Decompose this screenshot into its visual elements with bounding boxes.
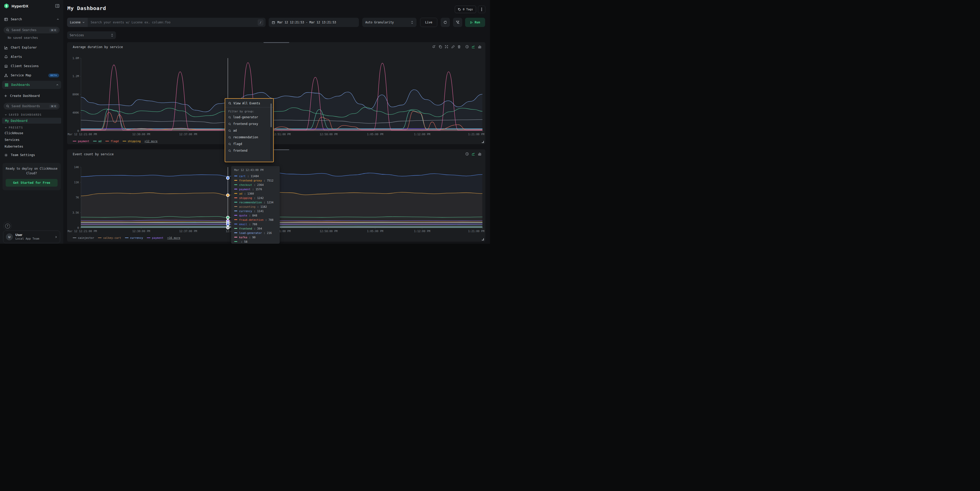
user-team: Local App Team bbox=[16, 237, 52, 241]
legend-swatch bbox=[73, 141, 76, 141]
series-swatch bbox=[234, 197, 237, 198]
group-filter-item[interactable]: load-generator bbox=[225, 114, 273, 121]
sidebar-item-my-dashboard[interactable]: My Dashboard bbox=[2, 118, 61, 124]
chart-explorer-icon bbox=[4, 46, 8, 49]
run-button[interactable]: Run bbox=[465, 18, 485, 27]
legend-item[interactable]: valkey-cart bbox=[98, 236, 121, 239]
preset-list: ClickHouseServicesKubernetes bbox=[0, 130, 63, 149]
section-header-label: PRESETS bbox=[9, 126, 23, 129]
user-menu[interactable]: U User Local App Team bbox=[3, 230, 60, 243]
popup-scrollbar-thumb[interactable] bbox=[270, 103, 272, 127]
date-range-button[interactable]: Mar 12 12:21:53 - Mar 12 13:21:53 bbox=[269, 18, 359, 27]
tooltip-row: cart 11484 bbox=[234, 174, 277, 178]
series-value: 788 bbox=[265, 218, 274, 221]
legend-swatch bbox=[147, 238, 150, 238]
legend-item[interactable]: ad bbox=[93, 140, 102, 143]
gear-icon bbox=[4, 153, 8, 157]
sidebar-item-team-settings[interactable]: Team Settings bbox=[0, 151, 63, 159]
tooltip-row: fraud-detection 788 bbox=[234, 218, 277, 222]
svg-text:14K: 14K bbox=[74, 165, 79, 168]
series-swatch bbox=[234, 228, 237, 229]
view-all-events-item[interactable]: View All Events bbox=[225, 99, 273, 107]
create-dashboard-button[interactable]: Create Dashboard bbox=[0, 92, 63, 100]
legend-item[interactable]: payment bbox=[73, 140, 89, 143]
panel-resize-handle[interactable] bbox=[482, 238, 484, 240]
legend-more-link[interactable]: +16 more bbox=[167, 236, 180, 239]
get-started-button[interactable]: Get Started for Free bbox=[6, 179, 57, 187]
sidebar-item-label: Dashboards bbox=[11, 83, 30, 87]
group-filter-item[interactable]: frontend-proxy bbox=[225, 121, 273, 127]
saved-dashboards-section-header[interactable]: SAVED DASHBOARDS bbox=[0, 113, 63, 117]
language-select[interactable]: Lucene bbox=[67, 18, 88, 27]
hyperdx-logo-icon bbox=[3, 3, 9, 9]
event-search-input[interactable] bbox=[88, 21, 258, 24]
series-swatch bbox=[234, 202, 237, 203]
duration-chart-canvas[interactable]: 1.6M1.2M800K400K0Mar 12 12:21:00 PM12:30… bbox=[67, 42, 485, 144]
group-filter-label: load-generator bbox=[233, 115, 258, 119]
group-filter-label: recommendation bbox=[233, 135, 258, 139]
group-filter-list: load-generator frontend-proxy ad recomme… bbox=[225, 114, 273, 154]
preset-item[interactable]: Services bbox=[0, 137, 63, 143]
series-swatch bbox=[234, 241, 237, 242]
legend-item[interactable]: currency bbox=[125, 236, 143, 239]
granularity-select[interactable]: Auto Granularity bbox=[362, 18, 417, 27]
legend-item[interactable]: shipping bbox=[123, 140, 141, 143]
sidebar-item-dashboards[interactable]: Dashboards bbox=[2, 81, 61, 89]
refresh-button[interactable] bbox=[441, 18, 450, 27]
svg-text:11K: 11K bbox=[74, 181, 79, 184]
series-swatch bbox=[234, 176, 237, 176]
preset-item[interactable]: Kubernetes bbox=[0, 143, 63, 149]
help-button[interactable]: ? bbox=[3, 222, 11, 230]
series-value: 1576 bbox=[252, 188, 262, 191]
chevron-up-icon bbox=[56, 84, 59, 86]
sidebar-item-chart-explorer[interactable]: Chart Explorer bbox=[0, 44, 63, 51]
avatar: U bbox=[6, 234, 13, 240]
group-filter-item[interactable]: ad bbox=[225, 127, 273, 134]
series-name: load-generator bbox=[239, 231, 262, 234]
panel-resize-handle[interactable] bbox=[482, 141, 484, 143]
series-value: 1360 bbox=[244, 192, 254, 195]
tooltip-row: ad 1360 bbox=[234, 191, 277, 195]
sidebar-item-alerts[interactable]: Alerts bbox=[0, 53, 63, 61]
services-label: Services bbox=[70, 33, 84, 37]
series-swatch bbox=[234, 180, 237, 181]
chart-legend: paymentadflagdshipping +12 more bbox=[73, 140, 158, 143]
presets-section-header[interactable]: PRESETS bbox=[0, 126, 63, 130]
saved-searches-input[interactable] bbox=[11, 28, 48, 32]
legend-item[interactable]: flagd bbox=[105, 140, 119, 143]
sidebar-item-search[interactable]: Search bbox=[0, 16, 63, 23]
group-filter-item[interactable]: frontend bbox=[225, 147, 273, 154]
legend-label: shipping bbox=[128, 140, 141, 143]
group-filter-item[interactable]: recommendation bbox=[225, 134, 273, 141]
app-title: HyperDX bbox=[11, 4, 53, 8]
series-value: 216 bbox=[264, 231, 272, 234]
preset-item[interactable]: ClickHouse bbox=[0, 130, 63, 136]
filter-button[interactable] bbox=[453, 18, 462, 27]
live-button[interactable]: Live bbox=[420, 18, 437, 27]
saved-dashboards-search[interactable]: ⌘ K bbox=[3, 103, 60, 110]
legend-label: flagd bbox=[111, 140, 119, 143]
tags-button[interactable]: 0 Tags bbox=[455, 6, 476, 13]
run-label: Run bbox=[474, 21, 480, 24]
sidebar-item-client-sessions[interactable]: Client Sessions bbox=[0, 62, 63, 70]
tooltip-row: 58 bbox=[234, 239, 277, 244]
legend-item[interactable]: payment bbox=[147, 236, 163, 239]
sidebar-item-service-map[interactable]: Service Map BETA bbox=[0, 72, 63, 79]
legend-label: ad bbox=[98, 140, 102, 143]
legend-item[interactable]: cainjector bbox=[73, 236, 94, 239]
series-name: currency bbox=[239, 210, 252, 213]
kebab-menu-button[interactable] bbox=[478, 6, 485, 13]
group-filter-item[interactable]: flagd bbox=[225, 141, 273, 147]
group-filter-label: frontend-proxy bbox=[233, 122, 258, 126]
legend-more-link[interactable]: +12 more bbox=[145, 140, 158, 143]
saved-searches-search[interactable]: ⌘ K bbox=[3, 27, 60, 33]
series-name: frontend bbox=[239, 227, 252, 230]
tooltip-row: payment 1576 bbox=[234, 187, 277, 191]
series-name: ad bbox=[239, 192, 242, 195]
tooltip-row: frontend 394 bbox=[234, 226, 277, 230]
sidebar-collapse-icon[interactable] bbox=[55, 3, 60, 8]
filter-funnel-icon bbox=[456, 21, 460, 24]
services-select[interactable]: Services bbox=[67, 31, 116, 39]
saved-dashboards-input[interactable] bbox=[11, 104, 48, 108]
date-range-label: Mar 12 12:21:53 - Mar 12 13:21:53 bbox=[277, 21, 336, 24]
